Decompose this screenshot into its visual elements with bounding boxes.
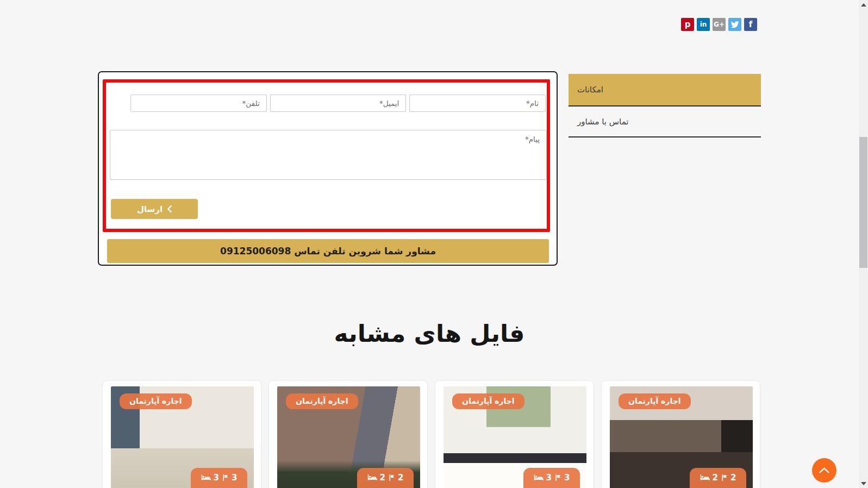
- message-textarea[interactable]: [110, 130, 547, 180]
- listing-type-badge: اجاره آپارتمان: [120, 393, 192, 409]
- facebook-icon[interactable]: f: [744, 18, 757, 31]
- linkedin-icon[interactable]: in: [697, 18, 710, 31]
- property-photo: اجاره آپارتمان 2 2: [610, 386, 753, 488]
- beds-count: 3: [546, 473, 552, 483]
- listing-specs-badge: 2 2: [357, 468, 414, 488]
- scrollbar: [859, 0, 868, 488]
- pinterest-icon[interactable]: p: [681, 18, 694, 31]
- scrollbar-thumb[interactable]: [859, 137, 867, 268]
- beds-count: 3: [214, 473, 219, 483]
- similar-files-title: فایل های مشابه: [98, 320, 761, 347]
- bed-icon: [700, 474, 710, 481]
- listing-type-badge: اجاره آپارتمان: [452, 393, 524, 409]
- property-card[interactable]: اجاره آپارتمان 2 2: [601, 380, 760, 488]
- property-card[interactable]: اجاره آپارتمان 3 3: [102, 380, 261, 488]
- listing-specs-badge: 3 3: [523, 468, 580, 488]
- listing-specs-badge: 3 3: [191, 468, 247, 488]
- property-photo: اجاره آپارتمان 3 3: [111, 386, 254, 488]
- property-photo: اجاره آپارتمان 3 3: [444, 386, 586, 488]
- bed-icon: [201, 474, 211, 481]
- baths-count: 2: [398, 473, 403, 483]
- scrollbar-up-arrow[interactable]: [859, 0, 868, 9]
- twitter-bird-icon: [730, 21, 739, 28]
- bed-icon: [534, 474, 544, 481]
- tab-amenities[interactable]: امکانات: [569, 74, 761, 107]
- advisor-phone-text: مشاور شما شروین تلفن تماس 09125006098: [220, 246, 436, 256]
- property-photo: اجاره آپارتمان 2 2: [277, 386, 420, 488]
- baths-count: 3: [232, 473, 237, 483]
- flag-icon: [222, 474, 229, 481]
- flag-icon: [721, 474, 728, 481]
- chevron-left-icon: [167, 205, 172, 212]
- phone-input[interactable]: [130, 95, 267, 112]
- baths-count: 2: [730, 473, 736, 483]
- chevron-up-icon: [819, 467, 829, 473]
- social-bar: p in G+ f: [681, 18, 757, 31]
- name-input[interactable]: [409, 95, 546, 112]
- send-button[interactable]: ارسال: [111, 199, 198, 219]
- advisor-phone-bar: مشاور شما شروین تلفن تماس 09125006098: [107, 239, 549, 263]
- beds-count: 2: [380, 473, 385, 483]
- listing-type-badge: اجاره آپارتمان: [619, 393, 691, 409]
- listing-specs-badge: 2 2: [690, 468, 746, 488]
- tab-contact-advisor[interactable]: تماس با مشاور: [569, 107, 761, 137]
- listing-type-badge: اجاره آپارتمان: [286, 393, 358, 409]
- bed-icon: [367, 474, 377, 481]
- beds-count: 2: [713, 473, 718, 483]
- property-card[interactable]: اجاره آپارتمان 2 2: [268, 380, 428, 488]
- scroll-to-top-button[interactable]: [812, 458, 836, 483]
- send-button-label: ارسال: [137, 204, 163, 214]
- similar-cards-row: اجاره آپارتمان 3 3 اجاره آپارتمان: [102, 380, 760, 488]
- scrollbar-down-arrow[interactable]: [859, 479, 868, 488]
- contact-form-fields: [130, 95, 546, 112]
- flag-icon: [388, 474, 395, 481]
- twitter-icon[interactable]: [728, 18, 741, 31]
- baths-count: 3: [564, 473, 570, 483]
- property-card[interactable]: اجاره آپارتمان 3 3: [435, 380, 594, 488]
- googleplus-icon[interactable]: G+: [713, 18, 726, 31]
- page: p in G+ f امکانات تماس با مشاور ارسال مش…: [0, 0, 868, 488]
- email-input[interactable]: [270, 95, 407, 112]
- contact-form-panel: ارسال مشاور شما شروین تلفن تماس 09125006…: [98, 71, 558, 266]
- flag-icon: [554, 474, 561, 481]
